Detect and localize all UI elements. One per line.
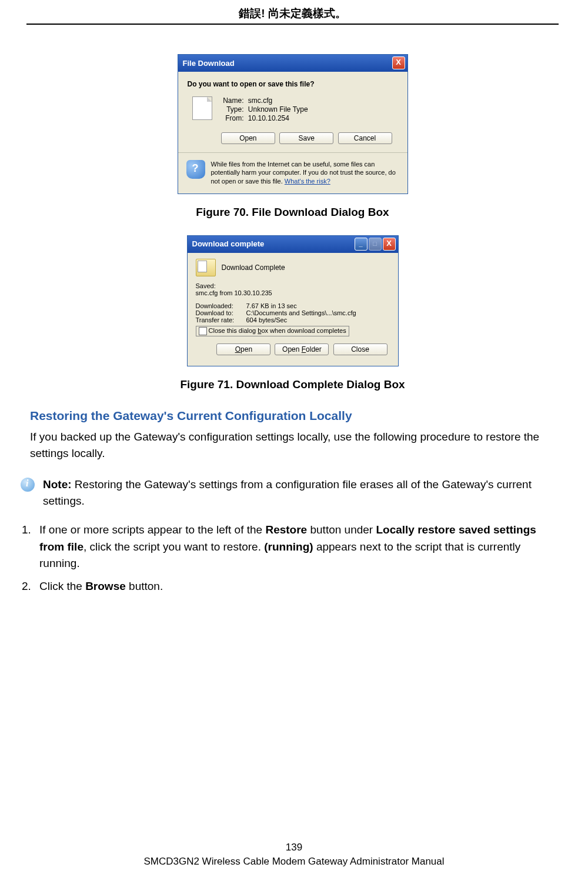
close-icon[interactable]: X (383, 238, 396, 251)
from-label: From: (220, 114, 244, 122)
figure-70-caption: Figure 70. File Download Dialog Box (26, 206, 559, 219)
info-icon (21, 478, 35, 492)
cancel-button[interactable]: Cancel (338, 132, 392, 144)
shield-icon (186, 160, 205, 179)
page-number: 139 (0, 842, 588, 853)
open-button[interactable]: Open (216, 343, 270, 355)
close-button[interactable]: Close (333, 343, 387, 355)
note-block: Note: Restoring the Gateway's settings f… (26, 476, 555, 509)
file-download-dialog: File Download X Do you want to open or s… (178, 54, 408, 194)
checkbox-icon[interactable] (199, 327, 207, 335)
close-icon[interactable]: X (392, 56, 405, 69)
downloaded-label: Downloaded: (196, 302, 246, 309)
dialog-titlebar: File Download X (178, 55, 407, 72)
type-value: Unknown File Type (248, 105, 308, 114)
warning-text: While files from the Internet can be use… (211, 160, 399, 185)
transfer-label: Transfer rate: (196, 316, 246, 323)
download-icon (196, 259, 216, 276)
dialog-title: File Download (183, 59, 235, 68)
page-header: 錯誤! 尚未定義樣式。 (26, 6, 559, 21)
figure-70-container: File Download X Do you want to open or s… (26, 48, 559, 194)
download-to-value: C:\Documents and Settings\...\smc.cfg (246, 309, 356, 316)
download-complete-label: Download Complete (222, 263, 285, 272)
file-details: Name: smc.cfg Type: Unknown File Type Fr… (220, 96, 308, 123)
close-checkbox-row[interactable]: Close this dialog box when download comp… (196, 326, 349, 336)
saved-info: Saved: smc.cfg from 10.30.10.235 (196, 282, 390, 296)
header-rule (26, 24, 559, 25)
downloaded-value: 7.67 KB in 13 sec (246, 302, 297, 309)
list-item: 2. Click the Browse button. (30, 578, 555, 595)
open-button[interactable]: Open (221, 132, 275, 144)
download-complete-dialog: Download complete _ □ X Download Complet… (187, 235, 399, 366)
warning-panel: While files from the Internet can be use… (178, 152, 407, 194)
note-text: Note: Restoring the Gateway's settings f… (43, 476, 555, 509)
minimize-icon[interactable]: _ (355, 238, 368, 251)
dialog2-titlebar: Download complete _ □ X (188, 236, 398, 253)
download-to-label: Download to: (196, 309, 246, 316)
name-label: Name: (220, 96, 244, 105)
section-heading: Restoring the Gateway's Current Configur… (30, 409, 559, 423)
dialog2-title: Download complete (192, 239, 265, 248)
type-label: Type: (220, 105, 244, 114)
manual-title: SMCD3GN2 Wireless Cable Modem Gateway Ad… (0, 856, 588, 868)
numbered-list: 1. If one or more scripts appear to the … (30, 522, 555, 595)
name-value: smc.cfg (248, 96, 272, 105)
figure-71-caption: Figure 71. Download Complete Dialog Box (26, 378, 559, 391)
figure-71-container: Download complete _ □ X Download Complet… (26, 235, 559, 366)
from-value: 10.10.10.254 (248, 114, 289, 122)
page-footer: 139 SMCD3GN2 Wireless Cable Modem Gatewa… (0, 842, 588, 868)
transfer-value: 604 bytes/Sec (246, 316, 288, 323)
open-folder-button[interactable]: Open Folder (275, 343, 329, 355)
list-item: 1. If one or more scripts appear to the … (30, 522, 555, 572)
file-icon (192, 96, 212, 120)
risk-link[interactable]: What's the risk? (285, 178, 330, 185)
intro-paragraph: If you backed up the Gateway's configura… (30, 429, 555, 462)
save-button[interactable]: Save (279, 132, 333, 144)
maximize-icon: □ (369, 238, 382, 251)
prompt-text: Do you want to open or save this file? (188, 80, 398, 88)
